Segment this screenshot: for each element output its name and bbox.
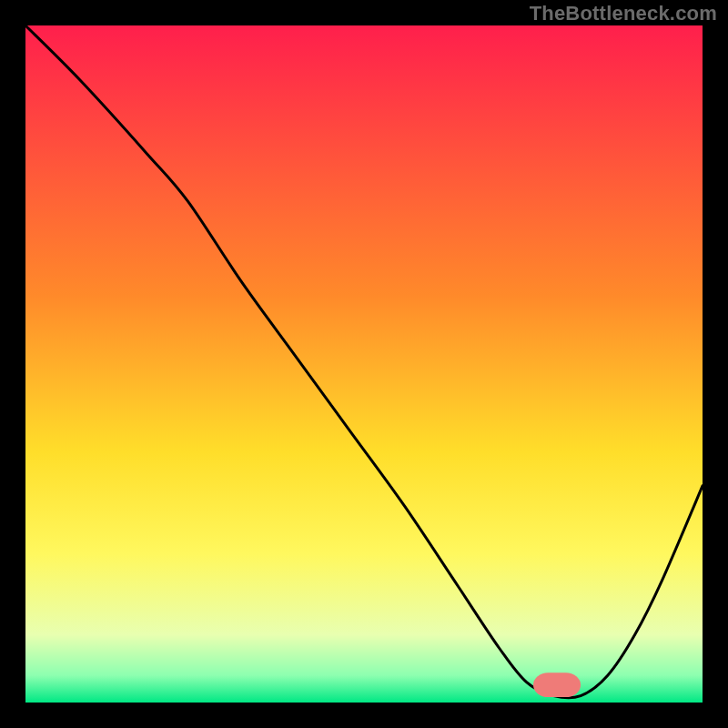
- bottleneck-marker: [533, 672, 581, 697]
- chart-stage: TheBottleneck.com: [0, 0, 728, 728]
- bottleneck-chart: [0, 0, 728, 728]
- chart-gradient-panel: [25, 25, 703, 703]
- watermark-text: TheBottleneck.com: [530, 2, 717, 25]
